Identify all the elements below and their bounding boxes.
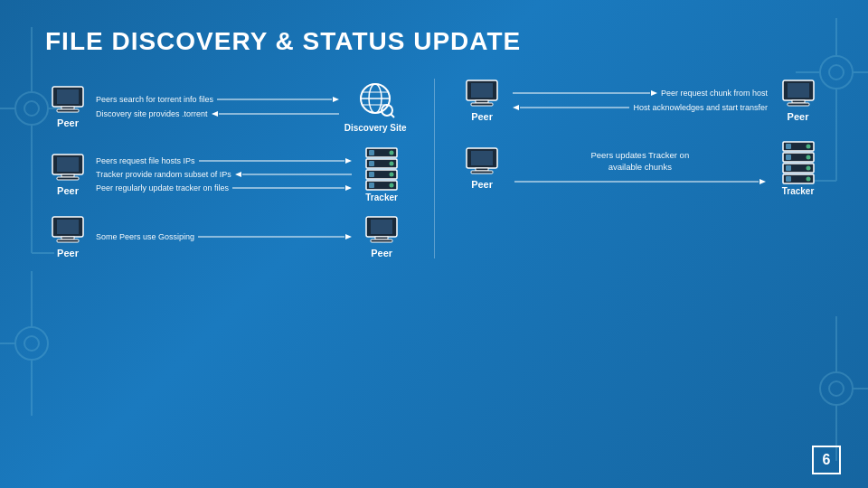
chunk-arrow-2: Host acknowledges and start transfer (513, 102, 768, 113)
server-icon-1 (363, 146, 401, 192)
computer-icon-right3 (464, 146, 500, 177)
svg-point-77 (806, 155, 810, 160)
slide-title: FILE DISCOVERY & STATUS UPDATE (45, 27, 823, 56)
peer-node-1: Peer (45, 85, 90, 128)
right-peer-left-2: Peer (458, 146, 507, 190)
svg-rect-82 (786, 176, 791, 182)
right-peer-label-right: Peer (788, 111, 809, 122)
peer-label-3: Peer (57, 248, 79, 258)
computer-icon-right1 (464, 79, 500, 109)
computer-icon-2 (50, 153, 86, 183)
gossip-arrow: Some Peers use Gossiping (96, 231, 352, 242)
right-peer-label-1: Peer (471, 111, 493, 122)
peer-gossip-label: Peer (371, 248, 392, 258)
peer-gossip-end: Peer (357, 215, 407, 258)
svg-rect-73 (786, 144, 791, 149)
tracker-label-right: Tracker (782, 186, 815, 196)
arrow-row-2: Discovery site provides .torrent (96, 108, 339, 119)
section-tracker: Peer Peers request file hosts IPs Tracke… (45, 146, 407, 202)
tracker-arrow-text-3: Peer regularly update tracker on files (96, 183, 229, 192)
chunk-arrow-1: Peer request chunk from host (513, 88, 768, 99)
slide: FILE DISCOVERY & STATUS UPDATE Peer (0, 0, 868, 488)
svg-rect-67 (788, 103, 809, 106)
arrows-section1: Peers search for torrent info files Disc… (90, 94, 344, 119)
right-peer-label-2: Peer (471, 179, 493, 190)
right-panel: Peer Peer request chunk from host (448, 79, 823, 258)
svg-rect-69 (471, 151, 493, 165)
peer-node-2: Peer (45, 153, 90, 196)
peer-label-2: Peer (57, 185, 79, 196)
section-gossip: Peer Some Peers use Gossiping (45, 215, 407, 258)
server-icon-2 (779, 140, 817, 185)
svg-rect-71 (471, 171, 493, 174)
arrows-section3: Some Peers use Gossiping (90, 231, 357, 242)
tracker-arrow-text-2: Tracker provide random subset of IPs (96, 170, 231, 179)
svg-rect-47 (369, 172, 374, 177)
tracker-label-left: Tracker (365, 192, 398, 202)
svg-rect-26 (57, 89, 79, 104)
peer-node-3: Peer (45, 215, 90, 258)
svg-rect-44 (369, 161, 374, 166)
svg-rect-65 (788, 83, 809, 98)
right-peer-right: Peer (773, 79, 823, 122)
svg-rect-41 (369, 150, 374, 155)
arrow-row-1: Peers search for torrent info files (96, 94, 339, 105)
svg-rect-28 (57, 109, 79, 112)
tracker-update-desc: Peers updates Tracker onavailable chunks (590, 149, 689, 174)
chunk-arrow-text-2: Host acknowledges and start transfer (633, 103, 768, 112)
svg-rect-50 (369, 183, 374, 188)
discovery-site-label: Discovery Site (344, 123, 407, 134)
tracker-node-left: Tracker (357, 146, 407, 202)
tracker-arrow-1: Peers request file hosts IPs (96, 155, 352, 166)
section-tracker-right: Peer Peers updates Tracker onavailable c… (458, 140, 823, 196)
computer-icon-3 (50, 215, 86, 246)
main-content: Peer Peers search for torrent info files… (45, 79, 823, 258)
svg-point-51 (390, 183, 394, 188)
section-chunk: Peer Peer request chunk from host (458, 79, 823, 122)
svg-rect-37 (57, 157, 79, 172)
discovery-site-node: Discovery Site (344, 79, 407, 134)
tracker-arrow-3: Peer regularly update tracker on files (96, 183, 352, 193)
svg-point-42 (390, 151, 394, 155)
svg-rect-39 (57, 177, 79, 180)
tracker-node-right: Tracker (773, 140, 823, 196)
svg-point-80 (806, 166, 810, 171)
svg-point-74 (806, 145, 810, 149)
globe-icon (354, 79, 397, 122)
svg-rect-59 (371, 239, 392, 242)
gossip-arrow-text: Some Peers use Gossiping (96, 232, 194, 241)
computer-icon-gossip (363, 215, 400, 246)
arrows-section2: Peers request file hosts IPs Tracker pro… (90, 155, 357, 193)
svg-line-35 (392, 115, 395, 118)
arrow-text-2: Discovery site provides .torrent (96, 109, 208, 118)
right-peer-left: Peer (458, 79, 507, 122)
tracker-arrow-2: Tracker provide random subset of IPs (96, 169, 352, 180)
peer-label-1: Peer (57, 117, 79, 128)
svg-rect-55 (57, 239, 79, 242)
svg-rect-63 (471, 103, 493, 106)
arrow-text-1: Peers search for torrent info files (96, 95, 213, 104)
computer-icon-1 (50, 85, 86, 116)
chunk-arrow-text-1: Peer request chunk from host (661, 89, 768, 98)
svg-point-45 (390, 162, 394, 166)
svg-point-83 (806, 177, 810, 182)
svg-rect-79 (786, 165, 791, 171)
page-number: 6 (812, 446, 841, 474)
tracker-update-text: Peers updates Tracker onavailable chunks (507, 149, 773, 188)
computer-icon-right2 (780, 79, 816, 109)
svg-point-48 (390, 173, 394, 177)
svg-rect-57 (371, 220, 392, 234)
svg-rect-53 (57, 220, 79, 234)
left-panel: Peer Peers search for torrent info files… (45, 79, 420, 258)
right-arrows-1: Peer request chunk from host Host acknow… (507, 88, 773, 113)
section-discovery: Peer Peers search for torrent info files… (45, 79, 407, 134)
tracker-arrow-text-1: Peers request file hosts IPs (96, 156, 195, 165)
divider (434, 79, 435, 258)
svg-rect-76 (786, 155, 791, 160)
svg-rect-61 (471, 83, 493, 98)
